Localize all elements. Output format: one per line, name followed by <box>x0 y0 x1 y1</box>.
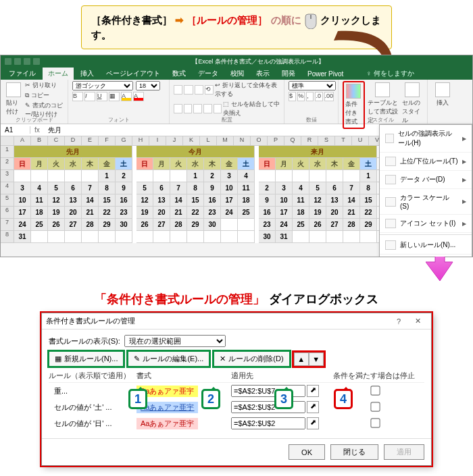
col-I[interactable]: I <box>149 136 166 146</box>
rule-row[interactable]: セルの値が '日' ...Aaあぁアァ亜宇⬈ <box>49 415 424 431</box>
cell[interactable]: 25 <box>293 219 309 231</box>
cell[interactable]: 18 <box>238 194 255 207</box>
cell[interactable]: 8 <box>99 182 116 194</box>
cell[interactable]: 水 <box>187 158 204 170</box>
cell[interactable]: 土 <box>360 158 377 170</box>
inc-decimal[interactable]: .0 <box>315 92 322 101</box>
paste-button[interactable]: 貼り付け <box>5 81 22 119</box>
cell[interactable] <box>48 170 65 182</box>
cell[interactable]: 土 <box>116 158 132 170</box>
cell[interactable] <box>326 231 343 243</box>
col-R[interactable]: R <box>301 136 318 146</box>
cell[interactable]: 14 <box>343 194 360 207</box>
cell[interactable] <box>293 170 309 182</box>
currency-button[interactable]: $ <box>289 92 296 101</box>
cell[interactable]: 20 <box>65 207 82 219</box>
col-H[interactable]: H <box>132 136 149 146</box>
col-J[interactable]: J <box>166 136 183 146</box>
cell[interactable]: 29 <box>99 219 116 231</box>
font-size-select[interactable]: 18 <box>136 81 160 90</box>
cell[interactable] <box>204 231 221 243</box>
stop-if-true-checkbox[interactable] <box>370 386 380 395</box>
cell[interactable]: 14 <box>170 194 187 207</box>
cell[interactable]: 日 <box>136 158 153 170</box>
fx-icon[interactable]: fx <box>30 126 44 134</box>
cf-menu-top-bottom[interactable]: 上位/下位ルール(T)▶ <box>380 153 472 171</box>
cell[interactable]: 11 <box>31 194 48 207</box>
font-color-button[interactable]: A <box>133 92 144 101</box>
row-header[interactable]: 6 <box>1 207 14 219</box>
align-middle[interactable] <box>184 85 193 95</box>
cell[interactable] <box>82 170 99 182</box>
cell[interactable]: 20 <box>326 207 343 219</box>
formula-value[interactable]: 先月 <box>44 126 66 135</box>
dialog-close-button[interactable]: ✕ <box>408 317 427 325</box>
cell[interactable]: 12 <box>48 194 65 207</box>
percent-button[interactable]: % <box>297 92 305 101</box>
cell[interactable]: 3 <box>276 182 293 194</box>
underline-button[interactable]: U <box>97 92 107 101</box>
orientation[interactable]: ⟲ <box>205 85 214 95</box>
cell[interactable]: 19 <box>136 207 153 219</box>
cell[interactable] <box>48 231 65 243</box>
row-header[interactable]: 2 <box>1 158 14 170</box>
applies-to-input[interactable] <box>231 417 305 429</box>
cell[interactable] <box>31 170 48 182</box>
cell[interactable]: 水 <box>309 158 326 170</box>
cell[interactable]: 25 <box>238 207 255 219</box>
cell[interactable]: 27 <box>65 219 82 231</box>
col-P[interactable]: P <box>268 136 284 146</box>
cell[interactable]: 22 <box>187 207 204 219</box>
col-G[interactable]: G <box>116 136 132 146</box>
cell[interactable] <box>65 231 82 243</box>
cell[interactable]: 13 <box>153 194 170 207</box>
cell[interactable] <box>276 170 293 182</box>
cell[interactable]: 月 <box>276 158 293 170</box>
cell[interactable]: 30 <box>116 219 132 231</box>
cell[interactable]: 23 <box>204 207 221 219</box>
cell[interactable]: 16 <box>259 207 276 219</box>
cell[interactable] <box>343 231 360 243</box>
cell[interactable]: 1 <box>99 170 116 182</box>
cell[interactable] <box>309 170 326 182</box>
cell[interactable]: 2 <box>116 170 132 182</box>
col-N[interactable]: N <box>234 136 251 146</box>
tab-insert[interactable]: 挿入 <box>75 68 99 80</box>
cut-button[interactable]: ✂ 切り取り <box>25 81 64 90</box>
tell-me[interactable]: ♀ 何をしますか <box>350 69 470 78</box>
cell[interactable]: 16 <box>116 194 132 207</box>
rule-row[interactable]: 重...Aaあぁアァ亜宇⬈ <box>49 383 424 399</box>
cf-menu-new-rule[interactable]: 新しいルール(N)... <box>380 236 472 255</box>
align-center[interactable] <box>184 104 193 113</box>
cell[interactable] <box>187 231 204 243</box>
ok-button[interactable]: OK <box>289 444 325 460</box>
align-right[interactable] <box>193 104 202 113</box>
cell[interactable]: 28 <box>170 219 187 231</box>
cell[interactable]: 4 <box>293 182 309 194</box>
cell[interactable]: 11 <box>238 182 255 194</box>
cell[interactable]: 3 <box>14 182 31 194</box>
new-rule-button[interactable]: ▦ 新規ルール(N)... <box>49 351 124 367</box>
cell[interactable]: 15 <box>187 194 204 207</box>
cell[interactable] <box>82 231 99 243</box>
cell[interactable]: 21 <box>82 207 99 219</box>
month-header[interactable]: 先月 <box>14 146 132 158</box>
cell[interactable]: 6 <box>326 182 343 194</box>
row-header[interactable]: 7 <box>1 219 14 231</box>
cell[interactable]: 23 <box>116 207 132 219</box>
cell[interactable]: 30 <box>204 219 221 231</box>
cell[interactable]: 日 <box>14 158 31 170</box>
cell[interactable]: 30 <box>259 231 276 243</box>
cell[interactable]: 28 <box>343 219 360 231</box>
cell[interactable] <box>170 231 187 243</box>
insert-cells-button[interactable]: 挿入 <box>432 81 453 109</box>
cell[interactable] <box>99 231 116 243</box>
quick-access-toolbar[interactable] <box>1 58 44 65</box>
cell[interactable]: 4 <box>31 182 48 194</box>
cell[interactable]: 7 <box>170 182 187 194</box>
cell[interactable]: 火 <box>170 158 187 170</box>
select-all-corner[interactable] <box>1 136 14 146</box>
cell[interactable]: 24 <box>14 219 31 231</box>
move-down-button[interactable]: ▼ <box>309 352 324 366</box>
row-header[interactable]: 5 <box>1 194 14 207</box>
